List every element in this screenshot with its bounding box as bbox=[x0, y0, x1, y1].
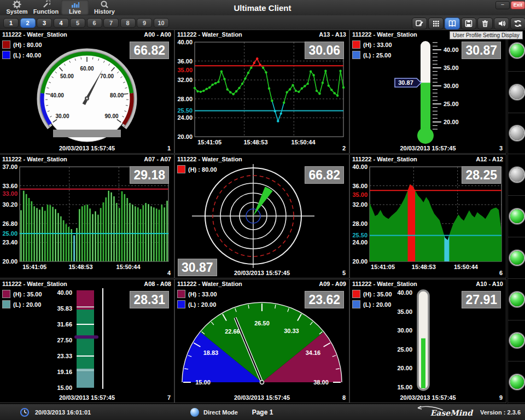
page-tab-3[interactable]: 3 bbox=[37, 18, 52, 28]
value-readout: 30.87 bbox=[462, 42, 501, 59]
svg-text:15:41:05: 15:41:05 bbox=[197, 139, 221, 145]
panel-tag-label: A09 - A09 bbox=[319, 281, 346, 287]
legend-label: (H) : 35.00 bbox=[13, 291, 42, 298]
svg-text:19.16: 19.16 bbox=[57, 369, 72, 375]
svg-text:80.00: 80.00 bbox=[110, 92, 124, 98]
svg-text:20.00: 20.00 bbox=[397, 365, 412, 371]
panel-a10[interactable]: 40.0035.0030.0025.0020.0015.00111222 - W… bbox=[350, 279, 506, 402]
panel-a09[interactable]: 15.0018.8322.6626.5030.3334.1638.0011122… bbox=[175, 279, 349, 402]
panel-station-label: 111222 - Water_Station bbox=[177, 156, 242, 162]
panel-header: 111222 - Water_StationA12 - A12 bbox=[350, 155, 506, 164]
legend-label: (L) : 40.00 bbox=[13, 52, 41, 59]
page-tab-10[interactable]: 10 bbox=[154, 18, 169, 28]
svg-text:25.00: 25.00 bbox=[397, 346, 412, 353]
svg-text:50.00: 50.00 bbox=[60, 73, 74, 79]
exit-button[interactable]: Exit bbox=[511, 1, 525, 9]
edit-button[interactable] bbox=[412, 18, 427, 30]
legend-row: (L) : 25.00 bbox=[352, 51, 392, 59]
svg-text:27.50: 27.50 bbox=[57, 337, 72, 343]
panel-station-label: 111222 - Water_Station bbox=[352, 281, 417, 287]
svg-text:18.83: 18.83 bbox=[203, 349, 219, 356]
panel-index: 3 bbox=[499, 145, 503, 151]
panel-a13[interactable]: 40.0036.0032.0028.0024.0020.0015:41:0515… bbox=[175, 30, 349, 153]
svg-text:28.00: 28.00 bbox=[352, 220, 368, 227]
book-button[interactable] bbox=[445, 18, 460, 30]
led-cell bbox=[508, 154, 525, 196]
status-led-1 bbox=[510, 44, 524, 57]
svg-text:35.83: 35.83 bbox=[57, 305, 72, 312]
save-button[interactable] bbox=[461, 18, 476, 30]
svg-text:25.00: 25.00 bbox=[444, 101, 459, 107]
panel-tag-label: A08 - A08 bbox=[144, 281, 171, 287]
panel-gauge-3[interactable]: 40.0035.0030.0025.0020.0030.87111222 - W… bbox=[350, 30, 506, 153]
page-tab-1[interactable]: 1 bbox=[3, 18, 19, 28]
panel-index: 7 bbox=[167, 394, 171, 401]
panel-tag-label: A07 - A07 bbox=[144, 156, 171, 162]
panel-tag-label: A12 - A12 bbox=[476, 156, 503, 162]
panel-a12[interactable]: 40.0036.0032.0028.0024.0020.0015:41:0515… bbox=[350, 155, 506, 278]
page-tab-7[interactable]: 7 bbox=[103, 18, 119, 28]
svg-text:20.00: 20.00 bbox=[2, 258, 18, 265]
panel-a08[interactable]: 40.0035.8331.6627.5023.3319.1615.0011122… bbox=[0, 279, 174, 402]
legend-swatch bbox=[2, 290, 10, 298]
svg-text:24.00: 24.00 bbox=[177, 114, 192, 121]
svg-text:15:48:53: 15:48:53 bbox=[412, 264, 436, 270]
panel-station-label: 111222 - Water_Station bbox=[352, 31, 417, 38]
svg-text:35.00: 35.00 bbox=[177, 67, 192, 73]
svg-text:25.50: 25.50 bbox=[177, 107, 192, 114]
minimize-button[interactable]: − bbox=[495, 1, 510, 9]
value-readout: 27.91 bbox=[462, 291, 501, 308]
page-tab-9[interactable]: 9 bbox=[137, 18, 152, 28]
svg-text:22.66: 22.66 bbox=[225, 328, 240, 335]
alarm-led-column bbox=[508, 30, 525, 404]
legend-swatch bbox=[2, 51, 10, 59]
legend-swatch bbox=[352, 51, 360, 59]
led-cell bbox=[508, 72, 525, 113]
panel-gauge-5[interactable]: 111222 - Water_Station(H) : 80.0066.8230… bbox=[175, 155, 349, 278]
svg-text:30.00: 30.00 bbox=[444, 83, 459, 89]
page-tab-6[interactable]: 6 bbox=[87, 18, 102, 28]
dashboard-grid: 30.0040.0050.0060.0070.0080.0090.0011122… bbox=[0, 30, 508, 404]
svg-text:40.00: 40.00 bbox=[352, 164, 368, 170]
svg-text:90.00: 90.00 bbox=[105, 113, 119, 119]
svg-text:30.87: 30.87 bbox=[398, 79, 413, 86]
page-tab-bar: 12345678910 bbox=[0, 15, 525, 31]
panel-legend: (H) : 35.00(L) : 20.00 bbox=[352, 290, 392, 311]
legend-label: (H) : 80.00 bbox=[13, 42, 42, 48]
svg-text:15.00: 15.00 bbox=[397, 384, 412, 390]
svg-text:23.33: 23.33 bbox=[57, 353, 72, 359]
panel-station-label: 111222 - Water_Station bbox=[2, 156, 67, 162]
page-tab-4[interactable]: 4 bbox=[54, 18, 69, 28]
page-tab-5[interactable]: 5 bbox=[70, 18, 85, 28]
sync-button[interactable] bbox=[510, 18, 525, 30]
status-version: Version : 2.3.6 bbox=[480, 409, 521, 416]
panel-index: 4 bbox=[167, 270, 171, 276]
svg-text:24.00: 24.00 bbox=[352, 239, 368, 246]
page-tab-2[interactable]: 2 bbox=[20, 18, 36, 28]
svg-text:26.50: 26.50 bbox=[254, 320, 270, 326]
legend-swatch bbox=[352, 300, 360, 308]
legend-row: (L) : 20.00 bbox=[352, 300, 392, 308]
panel-legend: (H) : 33.00(L) : 25.00 bbox=[352, 40, 392, 61]
svg-text:15.00: 15.00 bbox=[57, 384, 72, 391]
grid-button[interactable] bbox=[428, 18, 444, 30]
value-readout: 29.18 bbox=[130, 166, 169, 184]
legend-row: (L) : 20.00 bbox=[2, 300, 42, 308]
value-readout: 23.62 bbox=[305, 291, 344, 308]
panel-a00[interactable]: 30.0040.0050.0060.0070.0080.0090.0011122… bbox=[0, 30, 174, 153]
svg-text:40.00: 40.00 bbox=[57, 289, 72, 296]
legend-label: (L) : 20.00 bbox=[188, 301, 216, 308]
page-tab-8[interactable]: 8 bbox=[120, 18, 136, 28]
panel-index: 9 bbox=[499, 394, 503, 401]
speaker-button[interactable] bbox=[494, 18, 509, 30]
svg-text:60.00: 60.00 bbox=[80, 66, 94, 72]
panel-station-label: 111222 - Water_Station bbox=[177, 31, 242, 38]
svg-text:25.00: 25.00 bbox=[2, 230, 18, 237]
panel-header: 111222 - Water_StationA00 - A00 bbox=[0, 30, 174, 39]
status-led-9 bbox=[510, 375, 524, 389]
legend-row: (H) : 33.00 bbox=[352, 40, 392, 49]
speaker-icon bbox=[497, 19, 506, 28]
svg-text:15:48:53: 15:48:53 bbox=[68, 264, 92, 270]
panel-a07[interactable]: 37.0033.6030.2026.8023.4020.0015:41:0515… bbox=[0, 155, 174, 278]
trash-button[interactable] bbox=[477, 18, 493, 30]
